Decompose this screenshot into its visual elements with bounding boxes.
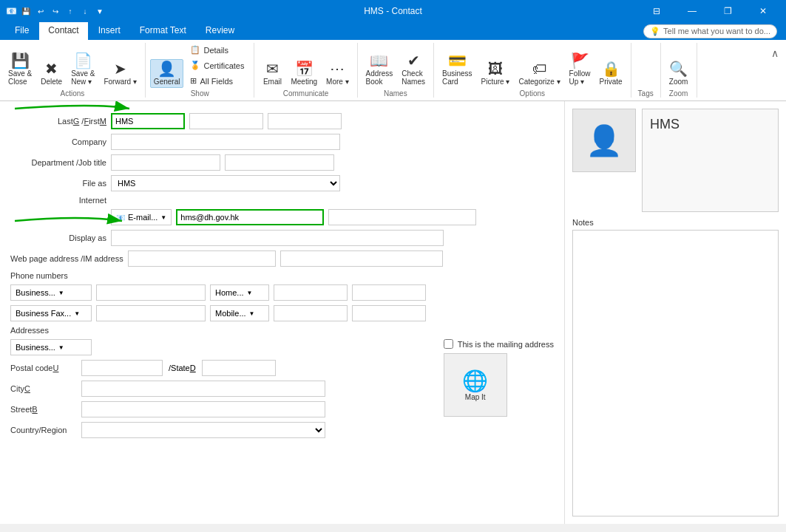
- tab-format-text[interactable]: Format Text: [131, 22, 195, 40]
- delete-button[interactable]: ✖ Delete: [37, 59, 66, 88]
- mailing-address-row: This is the mailing address: [444, 339, 554, 349]
- business-card-icon: 💳: [448, 53, 467, 68]
- company-row: Company: [10, 134, 554, 150]
- title-bar: 📧 💾 ↩ ↪ ↑ ↓ ▼ HMS - Contact ⊟ — ❐ ✕: [0, 0, 786, 22]
- map-label: Map It: [465, 393, 486, 401]
- quick-down[interactable]: ↓: [79, 5, 91, 17]
- postal-code-input[interactable]: [81, 360, 163, 376]
- lightbulb-icon: 💡: [650, 27, 660, 36]
- ribbon-group-zoom: 🔍 Zoom Zoom: [661, 43, 697, 98]
- business-phone-dropdown[interactable]: Business... ▼: [10, 284, 92, 301]
- mobile-label: Mobile...: [215, 309, 246, 318]
- tab-review[interactable]: Review: [197, 22, 243, 40]
- display-as-input[interactable]: [111, 230, 444, 246]
- city-input[interactable]: [81, 381, 325, 397]
- tab-insert[interactable]: Insert: [89, 22, 129, 40]
- ribbon-group-communicate-content: ✉ Email 📅 Meeting ⋯ More ▾: [259, 43, 352, 88]
- department-row: Department /Job title: [10, 154, 554, 171]
- zoom-label: Zoom: [669, 78, 688, 86]
- quick-up[interactable]: ↑: [64, 5, 76, 17]
- categorize-button[interactable]: 🏷 Categorize ▾: [515, 59, 563, 88]
- follow-up-button[interactable]: 🚩 FollowUp ▾: [566, 51, 594, 88]
- address-book-button[interactable]: 📖 AddressBook: [362, 51, 397, 88]
- address-book-label: AddressBook: [366, 69, 393, 86]
- address-type-dropdown[interactable]: Business... ▼: [10, 339, 92, 355]
- address-section: Addresses Business... ▼ Postal codeU /St…: [10, 326, 554, 443]
- country-select[interactable]: [81, 422, 325, 438]
- business-fax-input[interactable]: [96, 305, 206, 321]
- tell-me-bar[interactable]: 💡 Tell me what you want to do...: [643, 24, 777, 38]
- picture-button[interactable]: 🖼 Picture ▾: [478, 59, 514, 88]
- zoom-button[interactable]: 🔍 Zoom: [665, 59, 692, 88]
- mobile-input[interactable]: [274, 305, 348, 321]
- address-right: This is the mailing address 🌐 Map It: [444, 339, 554, 443]
- quick-undo[interactable]: ↩: [35, 5, 47, 17]
- ribbon-group-show: 👤 General 📋 Details 🏅 Certificates ⊞ All…: [146, 43, 255, 98]
- email-button[interactable]: ✉ Email: [259, 59, 285, 88]
- email-input[interactable]: [176, 209, 324, 225]
- more-button[interactable]: ⋯ More ▾: [322, 59, 353, 88]
- minimize-btn[interactable]: —: [675, 0, 709, 22]
- postal-row: Postal codeU /StateD: [10, 360, 436, 376]
- file-as-select[interactable]: HMS: [111, 175, 340, 191]
- quick-more[interactable]: ▼: [94, 5, 106, 17]
- first-name-input[interactable]: [189, 113, 263, 129]
- general-button[interactable]: 👤 General: [150, 59, 184, 88]
- mobile-dropdown-arrow: ▼: [249, 310, 255, 317]
- ribbon-collapse-button[interactable]: ∧: [768, 46, 782, 61]
- forward-button[interactable]: ➤ Forward ▾: [100, 59, 140, 88]
- check-names-button[interactable]: ✔ CheckNames: [398, 51, 429, 88]
- state-input[interactable]: [202, 360, 276, 376]
- quick-save[interactable]: 💾: [20, 5, 32, 17]
- all-fields-button[interactable]: ⊞ All Fields: [185, 74, 249, 88]
- home-phone-second-input[interactable]: [352, 284, 426, 301]
- certificates-label: Certificates: [203, 61, 244, 70]
- home-phone-dropdown[interactable]: Home... ▼: [210, 284, 269, 301]
- quick-redo[interactable]: ↪: [50, 5, 61, 17]
- phone-section: Phone numbers Business... ▼ Home... ▼ Bu…: [10, 271, 554, 321]
- mobile-second-input[interactable]: [352, 305, 426, 321]
- home-phone-input[interactable]: [274, 284, 348, 301]
- save-close-icon: 💾: [11, 53, 30, 68]
- close-btn[interactable]: ✕: [746, 0, 780, 22]
- webpage-input[interactable]: [128, 250, 276, 267]
- business-dropdown-arrow: ▼: [58, 290, 64, 296]
- business-phone-input[interactable]: [96, 284, 206, 301]
- business-fax-dropdown[interactable]: Business Fax... ▼: [10, 305, 92, 321]
- tab-file[interactable]: File: [6, 22, 38, 40]
- private-button[interactable]: 🔒 Private: [596, 59, 626, 88]
- restore-btn[interactable]: ⊟: [640, 0, 674, 22]
- email-type-dropdown[interactable]: 📧 E-mail... ▼: [111, 209, 172, 225]
- street-input[interactable]: [81, 401, 325, 417]
- details-button[interactable]: 📋 Details: [185, 43, 249, 57]
- ribbon-group-actions-content: 💾 Save &Close ✖ Delete 📄 Save &New ▾ ➤ F…: [4, 43, 140, 88]
- im-input[interactable]: [280, 250, 443, 267]
- phone-label-row: Phone numbers: [10, 271, 554, 280]
- name-row: LastG /FirstM: [10, 113, 554, 129]
- business-card-button[interactable]: 💳 BusinessCard: [438, 51, 476, 88]
- email-second-input[interactable]: [328, 209, 476, 225]
- meeting-label: Meeting: [291, 78, 317, 86]
- company-input[interactable]: [111, 134, 340, 150]
- last-name-input[interactable]: [111, 113, 185, 129]
- home-label: Home...: [215, 288, 244, 297]
- general-icon: 👤: [157, 61, 176, 76]
- save-new-button[interactable]: 📄 Save &New ▾: [67, 51, 98, 88]
- webpage-label: Web page address /IM address: [10, 254, 123, 263]
- meeting-button[interactable]: 📅 Meeting: [287, 59, 321, 88]
- postal-code-label: Postal codeU: [10, 364, 77, 372]
- map-it-button[interactable]: 🌐 Map It: [444, 353, 507, 417]
- webpage-row: Web page address /IM address: [10, 250, 554, 267]
- certificates-button[interactable]: 🏅 Certificates: [185, 58, 249, 72]
- job-title-input[interactable]: [225, 154, 334, 171]
- maximize-btn[interactable]: ❐: [711, 0, 745, 22]
- save-close-button[interactable]: 💾 Save &Close: [4, 51, 35, 88]
- department-input[interactable]: [111, 154, 220, 171]
- email-icon-small: 📧: [116, 214, 125, 222]
- tab-contact[interactable]: Contact: [39, 22, 87, 40]
- mailing-address-checkbox[interactable]: [444, 339, 453, 349]
- city-label: CityC: [10, 384, 77, 393]
- mobile-dropdown[interactable]: Mobile... ▼: [210, 305, 269, 321]
- middle-name-input[interactable]: [268, 113, 342, 129]
- notes-textarea[interactable]: [572, 230, 779, 516]
